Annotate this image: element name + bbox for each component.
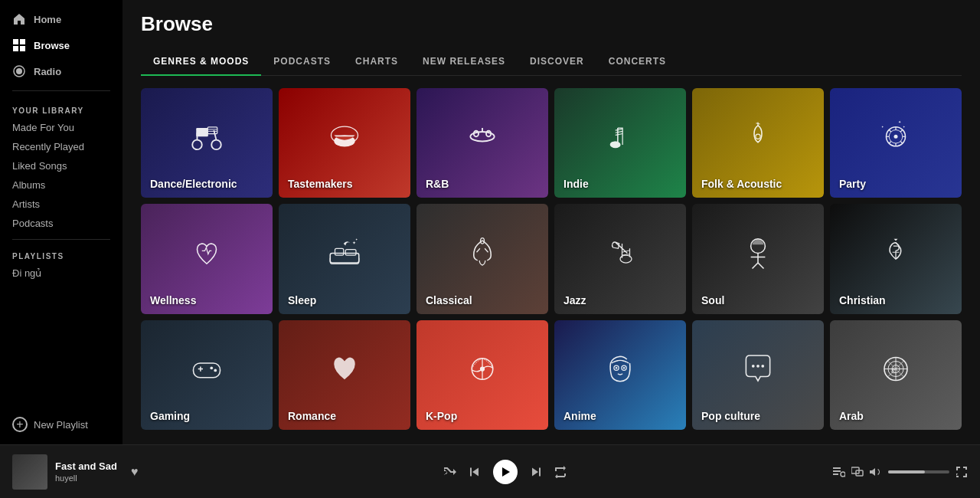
sidebar-item-liked-songs[interactable]: Liked Songs — [0, 156, 122, 175]
tabs-bar: GENRES & MOODS PODCASTS CHARTS NEW RELEA… — [141, 48, 962, 76]
genre-card-tastemakers[interactable]: Tastemakers — [279, 88, 410, 198]
volume-slider[interactable] — [888, 470, 949, 473]
tab-new-releases[interactable]: NEW RELEASES — [410, 48, 518, 76]
svg-point-61 — [623, 367, 626, 369]
svg-line-24 — [756, 123, 760, 123]
genre-label: Tastemakers — [288, 178, 353, 190]
queue-button[interactable] — [833, 466, 845, 478]
tab-concerts[interactable]: CONCERTS — [596, 48, 678, 76]
svg-rect-0 — [13, 39, 18, 44]
previous-button[interactable] — [469, 466, 481, 478]
tab-charts[interactable]: CHARTS — [343, 48, 410, 76]
svg-line-35 — [889, 141, 891, 143]
genre-label: R&B — [426, 178, 449, 190]
tab-discover[interactable]: DISCOVER — [518, 48, 596, 76]
svg-text:✦: ✦ — [898, 119, 901, 123]
next-button[interactable] — [530, 466, 542, 478]
genre-card-folk-acoustic[interactable]: Folk & Acoustic — [692, 88, 824, 198]
svg-line-32 — [900, 129, 903, 132]
sidebar-playlist-di-ngu[interactable]: Đi ngủ — [0, 264, 122, 283]
sidebar-item-albums[interactable]: Albums — [0, 175, 122, 195]
svg-rect-8 — [196, 128, 208, 136]
sidebar-item-browse[interactable]: Browse — [0, 32, 122, 58]
genre-label: Anime — [564, 410, 596, 422]
nav-section: Home Browse Radio — [0, 6, 122, 84]
svg-point-17 — [474, 130, 479, 136]
genre-grid: Dance/Electronic Tastemakers — [122, 76, 980, 442]
library-divider — [12, 239, 110, 240]
sidebar-item-home[interactable]: Home — [0, 6, 122, 32]
play-pause-button[interactable] — [493, 460, 518, 484]
svg-rect-2 — [13, 46, 18, 51]
playlists-section-title: PLAYLISTS — [0, 246, 122, 264]
svg-rect-11 — [207, 126, 217, 133]
genre-card-wellness[interactable]: Wellness — [141, 204, 273, 313]
genre-card-party[interactable]: ✦ ✦ ✦ Party — [830, 88, 962, 198]
genre-label: Christian — [839, 294, 886, 306]
library-section-title: YOUR LIBRARY — [0, 97, 122, 118]
fullscreen-button[interactable] — [956, 466, 968, 478]
player-track-artist: huyell — [55, 473, 117, 483]
svg-rect-76 — [833, 473, 838, 475]
volume-button[interactable] — [870, 466, 882, 478]
genre-card-dance-electronic[interactable]: Dance/Electronic — [141, 88, 273, 198]
genre-card-kpop[interactable]: K-Pop — [416, 320, 548, 430]
library-items: Made For You Recently Played Liked Songs… — [0, 118, 122, 233]
svg-rect-75 — [833, 470, 841, 472]
sidebar-item-recently-played[interactable]: Recently Played — [0, 137, 122, 156]
genre-card-gaming[interactable]: Gaming — [141, 320, 273, 430]
new-playlist-icon: + — [12, 417, 28, 432]
genre-card-anime[interactable]: Anime — [554, 320, 686, 430]
page-title: Browse — [141, 12, 962, 36]
new-playlist-button[interactable]: + New Playlist — [0, 411, 122, 438]
genre-card-sleep[interactable]: ✦ ✦ Sleep — [279, 204, 410, 313]
genre-label: Party — [839, 178, 866, 190]
sidebar-item-radio[interactable]: Radio — [0, 58, 122, 84]
player-right-controls — [815, 466, 968, 478]
genre-card-arab[interactable]: ع Arab — [830, 320, 962, 430]
genre-label: Sleep — [288, 294, 316, 306]
sidebar-item-podcasts[interactable]: Podcasts — [0, 214, 122, 233]
genre-card-christian[interactable]: Christian — [830, 204, 962, 313]
svg-point-6 — [192, 139, 202, 149]
genre-card-romance[interactable]: Romance — [279, 320, 410, 430]
sidebar-item-made-for-you[interactable]: Made For You — [0, 118, 122, 137]
svg-line-49 — [753, 263, 759, 269]
svg-marker-73 — [502, 467, 510, 477]
genre-card-jazz[interactable]: Jazz — [554, 204, 686, 313]
genre-label: Folk & Acoustic — [701, 178, 782, 190]
nav-divider — [12, 90, 110, 91]
svg-point-55 — [214, 369, 217, 372]
main-content: Browse GENRES & MOODS PODCASTS CHARTS NE… — [122, 0, 980, 444]
genre-label: Gaming — [150, 410, 190, 422]
repeat-button[interactable] — [554, 466, 567, 478]
genre-label: K-Pop — [426, 410, 457, 422]
genre-card-indie[interactable]: Indie — [554, 88, 686, 198]
player-controls — [196, 460, 815, 484]
genre-card-classical[interactable]: Classical — [416, 204, 548, 313]
tab-podcasts[interactable]: PODCASTS — [261, 48, 343, 76]
browse-icon — [12, 38, 26, 52]
svg-point-4 — [16, 68, 22, 74]
genre-label: Romance — [288, 410, 336, 422]
svg-rect-74 — [833, 467, 841, 469]
sidebar-item-artists[interactable]: Artists — [0, 195, 122, 214]
main-header: Browse — [122, 0, 980, 48]
genre-label: Indie — [564, 178, 589, 190]
genre-card-soul[interactable]: Soul — [692, 204, 824, 313]
svg-point-64 — [761, 365, 764, 368]
radio-icon — [12, 64, 26, 78]
genre-label: Classical — [426, 294, 472, 306]
genre-card-rnb[interactable]: R&B — [416, 88, 548, 198]
svg-point-22 — [756, 134, 760, 139]
home-icon — [12, 12, 26, 26]
genre-card-pop-culture[interactable]: Pop culture — [692, 320, 824, 430]
player-like-button[interactable]: ♥ — [131, 465, 139, 479]
tab-genres-moods[interactable]: GENRES & MOODS — [141, 48, 261, 76]
svg-point-60 — [616, 367, 618, 369]
genre-label: Dance/Electronic — [150, 178, 237, 190]
shuffle-button[interactable] — [444, 466, 456, 478]
svg-point-62 — [752, 365, 755, 368]
player-track-details: Fast and Sad huyell — [55, 460, 117, 483]
devices-button[interactable] — [851, 466, 864, 478]
